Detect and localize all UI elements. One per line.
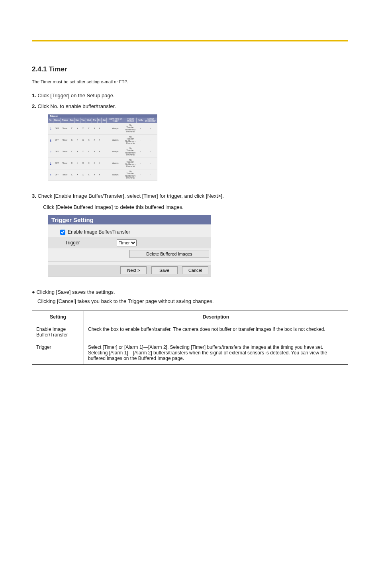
enable-buffer-label: Enable Image Buffer/Transfer (68, 229, 130, 235)
th-thu: Thu (92, 118, 97, 123)
th-fri: Fri (97, 118, 102, 123)
step-3: 3. Check [Enable Image Buffer/Transfer],… (32, 193, 348, 199)
step-1-num: 1. (32, 92, 36, 98)
step-2: 2. Click No. to enable buffer/transfer. (32, 103, 348, 109)
row-no-link[interactable]: 1 (50, 127, 51, 130)
row-no-link[interactable]: 3 (50, 150, 51, 153)
save-button[interactable]: Save (151, 266, 178, 274)
th-notify: Notify (137, 118, 144, 123)
desc-header-row: Setting Description (32, 311, 348, 323)
step-2-text: Click No. to enable buffer/transfer. (37, 103, 116, 109)
th-sensor: Sensor Deactivation (144, 118, 157, 123)
cancel-button[interactable]: Cancel (182, 266, 208, 274)
cancel-note: Clicking [Cancel] takes you back to the … (37, 298, 348, 304)
table-row: 5 OFF Timer X X X X X X Always No Transf… (48, 169, 157, 181)
step-2-num: 2. (32, 103, 36, 109)
desc-row-setting: Enable Image Buffer/Transfer (32, 323, 84, 341)
th-no: No. (48, 118, 53, 123)
desc-row-desc: Select [Timer] or [Alarm 1]—[Alarm 2]. S… (84, 341, 348, 365)
th-mon: Mon (74, 118, 80, 123)
th-tue: Tue (80, 118, 86, 123)
trigger-table-title: Trigger (48, 114, 157, 118)
th-active: Active Time of Trigger (106, 118, 124, 123)
trigger-select[interactable]: Timer (117, 239, 137, 246)
step-1-text: Click [Trigger] on the Setup page. (37, 92, 114, 98)
table-row: 4 OFF Timer X X X X X X Always No Transf… (48, 157, 157, 169)
th-status: Status (53, 118, 61, 123)
section-subheading: The Timer must be set after setting e-ma… (32, 79, 348, 85)
step-3-text: Check [Enable Image Buffer/Transfer], se… (37, 193, 223, 199)
step-3-note: Click [Delete Buffered Images] to delete… (43, 204, 348, 211)
desc-row-desc: Check the box to enable buffer/transfer.… (84, 323, 348, 341)
table-row: 2 OFF Timer X X X X X X Always No Transf… (48, 134, 157, 146)
next-button[interactable]: Next > (120, 266, 147, 274)
save-note: ● Clicking [Save] saves the settings. (32, 289, 348, 295)
trigger-table: Trigger No. Status Trigger Sun Mon Tue W… (48, 114, 157, 181)
table-row: 3 OFF Timer X X X X X X Always No Transf… (48, 146, 157, 157)
th-sat: Sat (102, 118, 107, 123)
desc-th-desc: Description (84, 311, 348, 323)
row-no-link[interactable]: 2 (50, 139, 51, 141)
row-no-link[interactable]: 4 (50, 162, 51, 164)
trigger-label: Trigger (65, 240, 117, 246)
desc-th-setting: Setting (32, 311, 84, 323)
th-transfer: Transfer Method (124, 118, 137, 123)
th-trigger: Trigger (61, 118, 69, 123)
dialog-title: Trigger Setting (48, 215, 211, 224)
enable-buffer-checkbox[interactable] (60, 230, 65, 235)
desc-row: Enable Image Buffer/Transfer Check the b… (32, 323, 348, 341)
step-1: 1. Click [Trigger] on the Setup page. (32, 92, 348, 98)
trigger-setting-dialog: Trigger Setting Enable Image Buffer/Tran… (48, 215, 211, 277)
table-row: 1 OFF Timer X X X X X X Always No Transf… (48, 123, 157, 134)
delete-buffered-button[interactable]: Delete Buffered Images (129, 250, 209, 258)
section-heading: 2.4.1 Timer (32, 65, 348, 73)
row-no-link[interactable]: 5 (50, 173, 51, 176)
desc-row-setting: Trigger (32, 341, 84, 365)
th-wed: Wed (86, 118, 92, 123)
step-3-num: 3. (32, 193, 36, 199)
desc-row: Trigger Select [Timer] or [Alarm 1]—[Ala… (32, 341, 348, 365)
header-divider (32, 40, 348, 41)
th-sun: Sun (69, 118, 74, 123)
